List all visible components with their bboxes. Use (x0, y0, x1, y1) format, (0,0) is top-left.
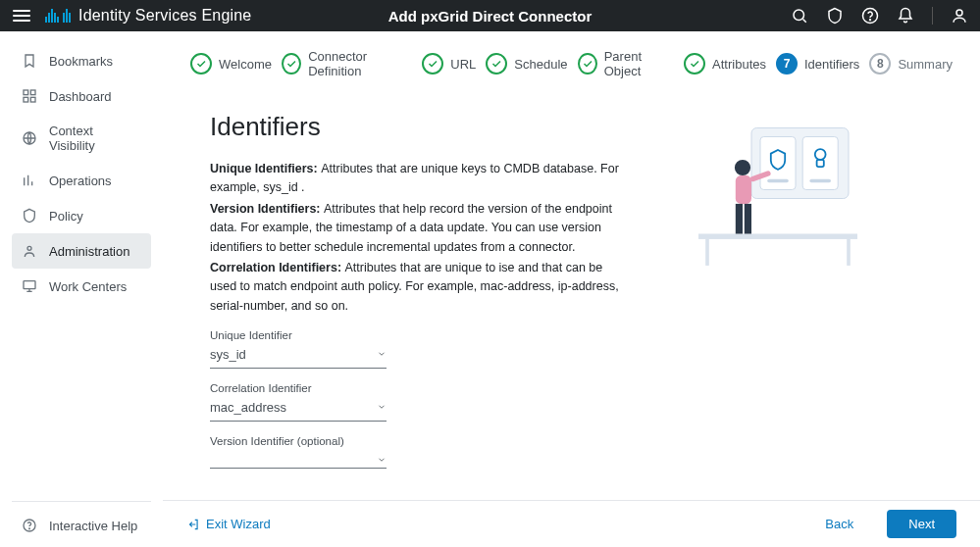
step-check-icon (190, 53, 212, 75)
step-label: Schedule (514, 57, 567, 72)
step-schedule[interactable]: Schedule (486, 53, 567, 75)
user-icon[interactable] (951, 7, 968, 25)
sidebar-item-operations[interactable]: Operations (12, 163, 151, 198)
unique-identifier-label: Unique Identifier (210, 329, 622, 341)
sidebar-item-label: Administration (49, 244, 129, 259)
svg-rect-22 (847, 239, 851, 266)
sidebar-item-administration[interactable]: Administration (12, 233, 151, 269)
cisco-logo (45, 9, 71, 23)
app-header: Identity Services Engine Add pxGrid Dire… (0, 0, 980, 31)
chevron-down-icon (377, 455, 387, 465)
step-label: Summary (898, 57, 953, 72)
unique-identifier-select[interactable]: sys_id (210, 343, 387, 369)
main-panel: Welcome Connector Definition URL Schedul… (163, 31, 980, 547)
administration-icon (22, 243, 37, 259)
context-icon (22, 130, 37, 146)
step-attributes[interactable]: Attributes (684, 53, 766, 75)
step-label: Parent Object (604, 49, 674, 78)
step-summary[interactable]: 8 Summary (869, 53, 953, 75)
section-description: Unique Identifiers: Attributes that are … (210, 160, 622, 316)
header-divider (932, 7, 933, 25)
svg-rect-10 (24, 281, 35, 289)
svg-point-12 (29, 528, 30, 529)
svg-rect-26 (744, 204, 750, 234)
step-label: Identifiers (804, 57, 859, 72)
step-url[interactable]: URL (422, 53, 476, 75)
svg-rect-6 (24, 97, 28, 102)
correlation-identifier-label: Correlation Identifier (210, 382, 622, 394)
exit-wizard-button[interactable]: Exit Wizard (186, 517, 271, 531)
svg-rect-19 (809, 179, 831, 183)
step-number: 7 (776, 53, 798, 75)
policy-icon (22, 208, 37, 224)
sidebar-item-workcenters[interactable]: Work Centers (12, 269, 151, 304)
svg-rect-21 (705, 239, 709, 266)
correlation-identifier-select[interactable]: mac_address (210, 396, 387, 422)
menu-icon[interactable] (12, 6, 31, 25)
chevron-down-icon (377, 349, 387, 359)
workcenters-icon (22, 278, 37, 294)
svg-rect-25 (735, 204, 742, 234)
notifications-icon[interactable] (897, 7, 914, 25)
step-label: Welcome (219, 57, 272, 72)
dashboard-icon (22, 88, 37, 104)
version-ident-label: Version Identifiers: (210, 202, 324, 216)
back-button[interactable]: Back (803, 510, 875, 538)
sidebar-item-dashboard[interactable]: Dashboard (12, 78, 151, 114)
step-welcome[interactable]: Welcome (190, 53, 272, 75)
correlation-ident-label: Correlation Identifiers: (210, 261, 345, 274)
interactive-help[interactable]: Interactive Help (12, 512, 151, 547)
sidebar-item-label: Bookmarks (49, 54, 113, 69)
operations-icon (22, 173, 37, 188)
step-number: 8 (869, 53, 891, 75)
search-icon[interactable] (791, 7, 808, 25)
svg-rect-18 (767, 179, 789, 183)
step-check-icon (578, 53, 597, 75)
identifiers-illustration-icon (690, 116, 866, 273)
exit-label: Exit Wizard (206, 517, 271, 531)
svg-point-0 (794, 10, 804, 21)
step-identifiers[interactable]: 7 Identifiers (776, 53, 859, 75)
step-label: Attributes (712, 57, 766, 72)
bookmark-icon (22, 53, 37, 69)
sidebar-item-context[interactable]: Context Visibility (12, 114, 151, 163)
correlation-identifier-value: mac_address (210, 400, 286, 415)
page-title: Add pxGrid Direct Connector (388, 8, 593, 25)
version-identifier-select[interactable] (210, 449, 387, 469)
sidebar: Bookmarks Dashboard Context Visibility O… (0, 31, 163, 547)
step-connector-definition[interactable]: Connector Definition (282, 49, 412, 78)
svg-point-3 (956, 10, 962, 16)
step-check-icon (486, 53, 507, 75)
version-identifier-label: Version Identifier (optional) (210, 435, 622, 447)
sidebar-item-bookmarks[interactable]: Bookmarks (12, 43, 151, 78)
step-parent-object[interactable]: Parent Object (578, 49, 675, 78)
alerts-icon[interactable] (826, 7, 844, 25)
svg-point-9 (27, 246, 31, 250)
unique-ident-label: Unique Identifiers: (210, 162, 321, 175)
step-check-icon (684, 53, 705, 75)
help-label: Interactive Help (49, 519, 137, 533)
step-label: URL (450, 57, 476, 72)
wizard-stepper: Welcome Connector Definition URL Schedul… (163, 31, 980, 88)
sidebar-item-policy[interactable]: Policy (12, 198, 151, 233)
svg-point-2 (870, 20, 871, 21)
sidebar-item-label: Operations (49, 174, 112, 188)
sidebar-item-label: Policy (49, 209, 83, 224)
chevron-down-icon (377, 402, 387, 412)
help-circle-icon (22, 518, 37, 533)
svg-rect-24 (735, 175, 750, 204)
sidebar-divider (12, 501, 151, 502)
exit-icon (186, 518, 200, 531)
svg-point-23 (734, 160, 749, 175)
wizard-footer: Exit Wizard Back Next (163, 500, 980, 547)
help-icon[interactable] (861, 7, 879, 25)
next-button[interactable]: Next (887, 510, 956, 538)
section-title: Identifiers (210, 112, 622, 142)
sidebar-item-label: Work Centers (49, 279, 127, 294)
step-check-icon (282, 53, 301, 75)
svg-rect-7 (30, 97, 35, 102)
svg-rect-5 (30, 90, 35, 95)
svg-rect-4 (24, 90, 28, 95)
app-title: Identity Services Engine (78, 7, 251, 25)
sidebar-item-label: Context Visibility (49, 124, 141, 153)
